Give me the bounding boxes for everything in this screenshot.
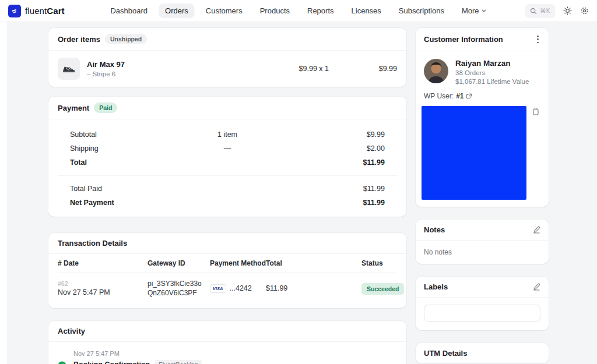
nav-more-label: More	[462, 6, 479, 15]
search-icon	[530, 8, 537, 15]
top-nav-bar: fluentCart Dashboard Orders Customers Pr…	[0, 0, 597, 22]
activity-source-badge: FluentBooking	[154, 360, 202, 364]
nav-item-more[interactable]: More	[455, 3, 493, 18]
transaction-status-badge: Succeeded	[361, 283, 404, 295]
fluentcart-logo-icon	[8, 5, 21, 17]
total-paid-value: $11.99	[227, 185, 385, 193]
net-payment-value: $11.99	[227, 199, 385, 207]
labels-title: Labels	[424, 282, 448, 291]
labels-card: Labels	[416, 277, 549, 330]
shipping-detail: —	[224, 144, 231, 153]
nav-item-orders[interactable]: Orders	[159, 3, 195, 18]
transaction-id: #62	[58, 280, 148, 287]
chevron-down-icon	[482, 8, 487, 13]
notes-title: Notes	[424, 225, 445, 234]
shipping-label: Shipping	[70, 144, 224, 153]
sun-icon	[563, 6, 572, 15]
subtotal-value: $9.99	[237, 130, 385, 139]
payment-card: Payment Paid Subtotal 1 item $9.99 Shipp…	[48, 97, 406, 217]
order-side-column: Customer Information Raiyan	[416, 28, 549, 364]
total-paid-label: Total Paid	[70, 185, 227, 193]
left-edge-panel	[0, 22, 7, 364]
top-right-actions: ⌘K	[525, 4, 589, 18]
card-last4: ...4242	[230, 284, 252, 292]
total-paid-row: Total Paid $11.99	[58, 182, 397, 196]
payment-status-badge: Paid	[94, 103, 117, 113]
activity-entry-title: Booking Confirmation	[73, 361, 150, 364]
product-thumbnail	[58, 58, 80, 80]
utm-details-card: UTM Details	[416, 343, 549, 363]
activity-title: Activity	[58, 327, 85, 335]
product-variant: – Stripe 6	[87, 70, 292, 77]
transaction-table-header: # Date Gateway ID Payment Method Total S…	[58, 254, 397, 273]
product-price-qty: $9.99 x 1	[299, 65, 329, 73]
col-header-status: Status	[361, 259, 397, 267]
main-nav: Dashboard Orders Customers Products Repo…	[104, 3, 493, 18]
customer-avatar	[424, 59, 448, 83]
wp-user-label: WP User:	[424, 92, 454, 100]
col-header-gateway-id: Gateway ID	[148, 259, 210, 267]
nav-item-products[interactable]: Products	[254, 3, 296, 18]
search-shortcut-hint: ⌘K	[540, 8, 550, 14]
transaction-details-title: Transaction Details	[58, 239, 127, 248]
order-items-card: Order items Unshipped Air Max 97 – Strip…	[48, 28, 406, 87]
customer-lifetime-value: $1,067.81 Lifetime Value	[455, 78, 529, 85]
search-button[interactable]: ⌘K	[525, 4, 555, 18]
subtotal-label: Subtotal	[70, 130, 217, 139]
order-main-column: Order items Unshipped Air Max 97 – Strip…	[48, 28, 406, 364]
edit-notes-icon[interactable]	[533, 226, 540, 234]
customer-order-count: 38 Orders	[455, 69, 529, 76]
success-check-icon	[58, 361, 66, 364]
redacted-address-block	[422, 106, 526, 200]
col-header-total: Total	[266, 259, 361, 267]
customer-menu-button[interactable]	[535, 34, 540, 45]
activity-entry: Nov 27 5:47 PM Booking Confirmation Flue…	[58, 350, 397, 364]
activity-card: Activity Nov 27 5:47 PM Booking Confirma…	[48, 321, 406, 364]
nav-item-subscriptions[interactable]: Subscriptions	[392, 3, 451, 18]
labels-input[interactable]	[424, 305, 540, 322]
gateway-id-value: pi_3SY3fkCie33oQnZ60V6iC3PF	[148, 279, 210, 298]
sneaker-image	[61, 61, 76, 76]
product-line-total: $9.99	[336, 65, 397, 73]
total-value: $11.99	[227, 158, 385, 167]
notes-empty-text: No notes	[416, 241, 549, 264]
subtotal-row: Subtotal 1 item $9.99	[58, 128, 397, 142]
payment-method-cell: VISA ...4242	[210, 284, 266, 293]
total-row: Total $11.99	[58, 156, 397, 169]
net-payment-label: Net Payment	[70, 199, 227, 207]
payment-title: Payment	[58, 104, 89, 112]
edit-labels-icon[interactable]	[533, 283, 540, 291]
customer-information-card: Customer Information Raiyan	[416, 28, 549, 207]
total-label: Total	[70, 158, 227, 167]
settings-button[interactable]	[580, 6, 589, 15]
wp-user-value[interactable]: #1	[456, 92, 463, 100]
brand-logo[interactable]: fluentCart	[8, 5, 65, 17]
visa-card-icon: VISA	[210, 284, 226, 293]
brand-name: fluentCart	[25, 6, 65, 16]
transaction-total: $11.99	[266, 284, 361, 292]
col-header-date: # Date	[58, 259, 148, 267]
transaction-row[interactable]: #62 Nov 27 5:47 PM pi_3SY3fkCie33oQnZ60V…	[58, 273, 397, 306]
utm-details-title: UTM Details	[424, 349, 467, 358]
theme-toggle-button[interactable]	[563, 6, 572, 15]
order-item-row[interactable]: Air Max 97 – Stripe 6 $9.99 x 1 $9.99	[48, 51, 406, 87]
order-detail-page: Order items Unshipped Air Max 97 – Strip…	[48, 28, 549, 364]
nav-item-licenses[interactable]: Licenses	[345, 3, 388, 18]
nav-item-dashboard[interactable]: Dashboard	[104, 3, 154, 18]
external-link-icon[interactable]	[466, 93, 472, 100]
product-name: Air Max 97	[87, 60, 292, 69]
nav-item-customers[interactable]: Customers	[199, 3, 249, 18]
copy-icon[interactable]	[532, 107, 540, 115]
subtotal-qty: 1 item	[217, 130, 237, 139]
net-payment-row: Net Payment $11.99	[58, 196, 397, 210]
shipping-status-badge: Unshipped	[105, 34, 147, 44]
order-items-title: Order items	[58, 35, 100, 44]
shipping-value: $2.00	[231, 144, 385, 153]
nav-item-reports[interactable]: Reports	[301, 3, 340, 18]
gear-icon	[580, 6, 589, 15]
customer-name[interactable]: Raiyan Marzan	[455, 59, 529, 68]
transaction-details-card: Transaction Details # Date Gateway ID Pa…	[48, 233, 406, 308]
activity-timestamp: Nov 27 5:47 PM	[73, 350, 397, 357]
customer-information-title: Customer Information	[424, 35, 503, 44]
transaction-date: Nov 27 5:47 PM	[58, 288, 148, 296]
